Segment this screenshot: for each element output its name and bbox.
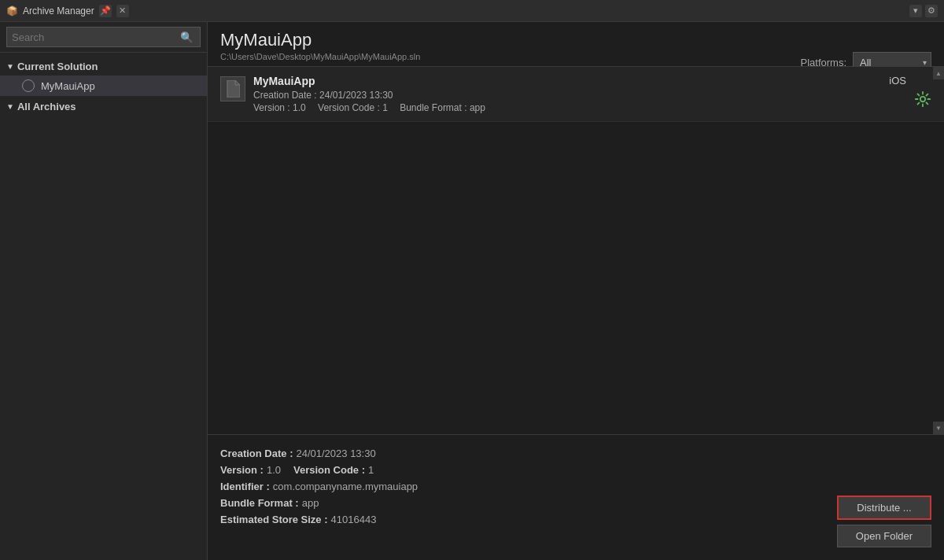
detail-creation-date-label: Creation Date : [220,448,293,459]
archive-bundle-format-value: app [470,102,485,113]
platform-icon [914,90,931,112]
detail-store-size-value: 41016443 [331,514,377,525]
search-icon: 🔍 [180,31,194,43]
archive-file-icon [226,80,240,98]
detail-creation-date-row: Creation Date : 24/01/2023 13:30 [220,448,931,459]
detail-version-label: Version : [220,464,264,476]
settings-button[interactable]: ⚙ [925,5,938,17]
detail-store-size-row: Estimated Store Size : 41016443 [220,514,931,525]
title-bar-right: ▾ ⚙ [909,5,938,17]
archive-item-info: MyMauiApp Creation Date : 24/01/2023 13:… [253,75,931,113]
archive-item[interactable]: MyMauiApp Creation Date : 24/01/2023 13:… [208,67,944,122]
svg-point-0 [920,97,925,101]
sidebar: 🔍 ▼ Current Solution MyMauiApp ▼ All Arc… [0,22,208,560]
scroll-down-button[interactable]: ▼ [933,422,944,434]
detail-version-code-label: Version Code : [293,464,365,476]
scroll-down-icon: ▼ [935,425,942,432]
pin-button[interactable]: 📌 [99,5,112,17]
sidebar-item-label: MyMauiApp [41,80,95,92]
detail-creation-date-value: 24/01/2023 13:30 [296,448,375,459]
sidebar-nav: ▼ Current Solution MyMauiApp ▼ All Archi… [0,53,207,560]
all-archives-label: All Archives [17,101,76,112]
scroll-up-icon: ▲ [935,70,942,77]
search-container: 🔍 [0,22,207,53]
content-area: MyMauiApp C:\Users\Dave\Desktop\MyMauiAp… [208,22,944,560]
title-bar-title: Archive Manager [23,6,94,17]
main-layout: 🔍 ▼ Current Solution MyMauiApp ▼ All Arc… [0,22,944,560]
archive-item-name: MyMauiApp [253,75,931,87]
archive-version-label: Version : [253,102,290,113]
archive-item-platform: iOS [889,75,906,87]
dropdown-button[interactable]: ▾ [909,5,922,17]
archive-version-code-label: Version Code : [318,102,380,113]
distribute-button[interactable]: Distribute ... [837,496,931,520]
current-solution-label: Current Solution [17,61,98,72]
dropdown-arrow-icon: ▾ [913,6,918,16]
archive-creation-date-value: 24/01/2023 13:30 [319,90,393,101]
archive-bundle-format-label: Bundle Format : [400,102,466,113]
detail-bundle-format-row: Bundle Format : app [220,497,931,509]
sidebar-item-mymauiapp[interactable]: MyMauiApp [0,76,207,96]
all-archives-header[interactable]: ▼ All Archives [0,96,207,116]
pin-icon: 📌 [100,6,111,16]
search-button[interactable]: 🔍 [179,31,195,43]
detail-identifier-row: Identifier : com.companyname.mymauiapp [220,481,931,492]
app-icon-circle [22,79,35,92]
all-archives-arrow: ▼ [6,102,14,111]
search-input-wrapper: 🔍 [6,27,201,47]
title-bar-left: 📦 Archive Manager 📌 ✕ [6,5,129,17]
scroll-up-button[interactable]: ▲ [933,67,944,79]
app-title: MyMauiApp [220,30,931,50]
gear-platform-icon [914,90,931,108]
archive-version-value: 1.0 [293,102,306,113]
detail-store-size-label: Estimated Store Size : [220,514,328,525]
close-button[interactable]: ✕ [116,5,129,17]
detail-version-row: Version : 1.0 Version Code : 1 [220,464,931,476]
content-header: MyMauiApp C:\Users\Dave\Desktop\MyMauiAp… [208,22,944,67]
archive-item-meta: Version : 1.0 Version Code : 1 Bundle Fo… [253,102,931,113]
detail-version-value: 1.0 [267,464,281,476]
detail-identifier-value: com.companyname.mymauiapp [273,481,418,492]
detail-bundle-format-label: Bundle Format : [220,497,299,509]
archive-version-code-value: 1 [382,102,388,113]
archive-item-icon [220,76,245,101]
archive-list-area[interactable]: ▲ MyMauiApp Creation Date : 24/01/2023 1… [208,67,944,434]
app-icon: 📦 [6,6,18,17]
detail-version-code-value: 1 [368,464,374,476]
detail-panel: Creation Date : 24/01/2023 13:30 Version… [208,434,944,560]
title-bar: 📦 Archive Manager 📌 ✕ ▾ ⚙ [0,0,944,22]
detail-bundle-format-value: app [302,497,319,509]
open-folder-button[interactable]: Open Folder [837,525,931,547]
current-solution-header[interactable]: ▼ Current Solution [0,56,207,76]
archive-creation-date-label: Creation Date : [253,90,317,101]
detail-actions: Distribute ... Open Folder [837,496,931,547]
search-input[interactable] [12,31,179,43]
detail-identifier-label: Identifier : [220,481,270,492]
archive-item-date: Creation Date : 24/01/2023 13:30 [253,90,931,101]
current-solution-arrow: ▼ [6,62,14,71]
gear-icon: ⚙ [927,6,935,16]
close-icon: ✕ [119,6,126,16]
